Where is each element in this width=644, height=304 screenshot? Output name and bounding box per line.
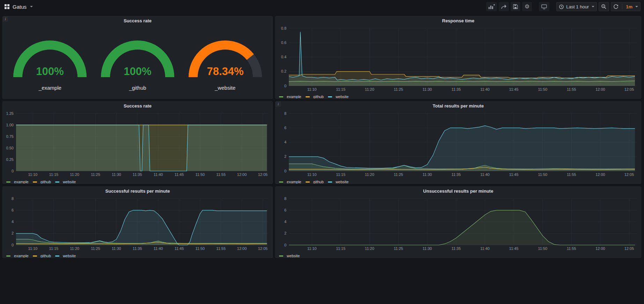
settings-button[interactable]: ⚙ xyxy=(522,2,532,11)
legend-item-_website[interactable]: _website xyxy=(328,180,349,184)
legend-item-_github[interactable]: _github xyxy=(306,95,324,99)
legend-item-_example[interactable]: _example xyxy=(6,180,29,184)
chart-canvas[interactable]: 00.250.500.751.001.2511:1011:1511:2011:2… xyxy=(3,111,272,177)
legend-mark-icon xyxy=(306,181,310,183)
dashboards-grid-icon[interactable] xyxy=(4,4,10,9)
legend-item-_github[interactable]: _github xyxy=(306,180,324,184)
dashboard-title[interactable]: Gatus xyxy=(13,4,27,10)
panel-title[interactable]: Success rate xyxy=(3,16,272,25)
chart-canvas[interactable]: 0246811:1011:1511:2011:2511:3011:3511:40… xyxy=(276,196,641,251)
panel-title[interactable]: Success rate xyxy=(3,102,272,111)
y-tick-label: 0 xyxy=(12,243,14,247)
x-tick-label: 11:50 xyxy=(195,172,205,177)
legend-label: _website xyxy=(61,254,76,258)
time-range-label: Last 1 hour xyxy=(566,4,589,9)
navbar: Gatus ⚙ Last 1 hour 1m xyxy=(0,0,644,13)
share-button[interactable] xyxy=(499,2,509,11)
info-icon[interactable]: i xyxy=(3,16,8,22)
x-tick-label: 11:55 xyxy=(567,172,576,177)
legend-item-_github[interactable]: _github xyxy=(33,180,51,184)
zoom-out-button[interactable] xyxy=(599,2,609,11)
gauge-_example: 100%_example xyxy=(8,32,92,91)
legend-item-_website[interactable]: _website xyxy=(279,254,300,258)
panel-title[interactable]: Response time xyxy=(276,16,641,25)
x-tick-label: 12:00 xyxy=(237,172,247,177)
legend-item-_website[interactable]: _website xyxy=(328,95,349,99)
legend-mark-icon xyxy=(6,181,10,183)
time-range-picker[interactable]: Last 1 hour xyxy=(556,2,597,11)
chart-canvas[interactable]: 00.20.40.60.811:1011:1511:2011:2511:3011… xyxy=(276,25,641,92)
legend: _example_github_website xyxy=(3,179,272,184)
legend-label: _github xyxy=(38,254,51,258)
x-tick-label: 11:25 xyxy=(394,87,403,91)
save-button[interactable] xyxy=(511,2,520,11)
legend-item-_github[interactable]: _github xyxy=(33,254,51,258)
add-panel-button[interactable] xyxy=(486,2,497,11)
panel-title[interactable]: Unsuccessful results per minute xyxy=(276,187,641,196)
legend-label: _example xyxy=(12,254,29,258)
legend-item-_example[interactable]: _example xyxy=(279,95,301,99)
caret-down-icon xyxy=(30,6,33,7)
y-tick-label: 0.4 xyxy=(281,55,286,59)
refresh-picker[interactable]: 1m xyxy=(611,2,641,11)
x-tick-label: 11:50 xyxy=(538,172,547,177)
x-tick-label: 11:20 xyxy=(70,246,79,251)
x-tick-label: 11:30 xyxy=(423,172,432,177)
x-tick-label: 11:30 xyxy=(423,87,432,91)
legend-mark-icon xyxy=(55,181,59,183)
y-tick-label: 4 xyxy=(284,220,286,224)
legend-label: _github xyxy=(311,180,324,184)
gauge-_website: 78.34%_website xyxy=(184,32,267,91)
gauge-_github: 100%_github xyxy=(96,32,179,91)
chart-canvas[interactable]: 0246811:1011:1511:2011:2511:3011:3511:40… xyxy=(276,111,641,177)
gauge-value: 100% xyxy=(36,65,64,77)
y-tick-label: 6 xyxy=(284,126,286,130)
x-tick-label: 11:25 xyxy=(91,246,100,251)
cycle-view-button[interactable] xyxy=(539,2,549,11)
y-tick-label: 0 xyxy=(284,84,286,88)
divider xyxy=(622,4,622,9)
legend-mark-icon xyxy=(279,181,283,183)
y-tick-label: 0.6 xyxy=(281,40,286,45)
panel-title[interactable]: Successful results per minute xyxy=(3,187,272,196)
legend-label: _website xyxy=(334,180,349,184)
y-tick-label: 1.00 xyxy=(6,123,14,127)
legend-item-_example[interactable]: _example xyxy=(279,180,301,184)
y-tick-label: 1.25 xyxy=(6,111,14,116)
gauge-value: 78.34% xyxy=(207,65,243,77)
x-tick-label: 11:15 xyxy=(336,172,345,177)
legend-label: _example xyxy=(285,95,301,99)
x-tick-label: 11:40 xyxy=(154,246,163,251)
y-tick-label: 4 xyxy=(284,140,286,144)
chart-success-rate[interactable]: 00.250.500.751.001.2511:1011:1511:2011:2… xyxy=(3,111,272,179)
x-tick-label: 12:00 xyxy=(595,246,605,251)
info-icon[interactable]: i xyxy=(276,102,281,107)
legend-label: _example xyxy=(12,180,29,184)
x-tick-label: 11:20 xyxy=(365,246,374,251)
legend-mark-icon xyxy=(306,96,310,97)
caret-down-icon xyxy=(592,6,594,7)
legend-item-_website[interactable]: _website xyxy=(55,254,76,258)
x-tick-label: 11:10 xyxy=(307,87,317,91)
chart-canvas[interactable]: 0246811:1011:1511:2011:2511:3011:3511:40… xyxy=(3,196,272,251)
monitor-icon xyxy=(541,4,547,9)
chart-total-results[interactable]: 0246811:1011:1511:2011:2511:3011:3511:40… xyxy=(276,111,641,179)
legend: _example_github_website xyxy=(276,94,641,99)
x-tick-label: 11:45 xyxy=(509,87,519,91)
y-tick-label: 0 xyxy=(284,243,286,247)
y-tick-label: 0 xyxy=(284,169,286,173)
legend: _example_github_website xyxy=(3,253,272,258)
chart-unsuccessful-results[interactable]: 0246811:1011:1511:2011:2511:3011:3511:40… xyxy=(276,196,641,253)
chart-response-time[interactable]: 00.20.40.60.811:1011:1511:2011:2511:3011… xyxy=(276,25,641,94)
x-tick-label: 12:05 xyxy=(624,87,634,91)
legend-item-_example[interactable]: _example xyxy=(6,254,29,258)
legend-item-_website[interactable]: _website xyxy=(55,180,76,184)
chart-successful-results[interactable]: 0246811:1011:1511:2011:2511:3011:3511:40… xyxy=(3,196,272,253)
legend-label: _website xyxy=(61,180,76,184)
panel-title[interactable]: Total results per minute xyxy=(276,102,641,111)
x-tick-label: 11:10 xyxy=(307,246,317,251)
y-tick-label: 4 xyxy=(12,220,14,224)
gauge-arc-icon: 100% xyxy=(96,32,179,83)
y-tick-label: 8 xyxy=(12,197,14,201)
y-tick-label: 6 xyxy=(284,208,286,212)
